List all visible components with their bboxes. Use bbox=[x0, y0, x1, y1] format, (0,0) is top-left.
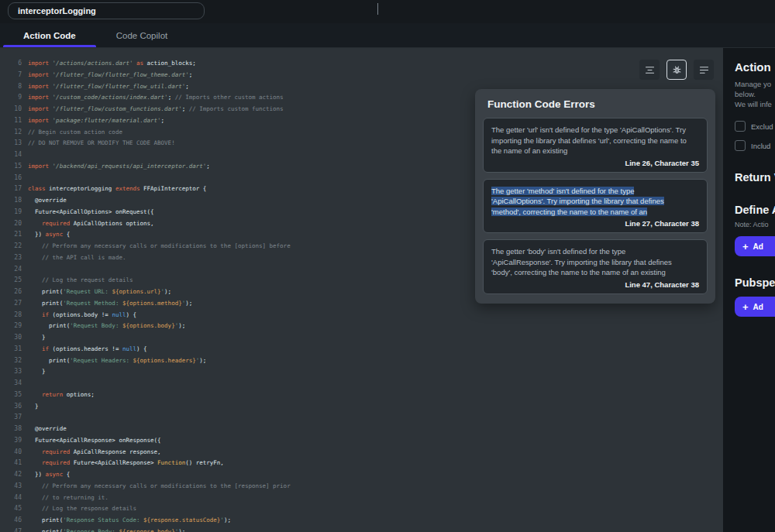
line-number: 30 bbox=[0, 332, 22, 344]
tab-label: Code Copilot bbox=[116, 31, 167, 40]
description-line: Manage yo bbox=[735, 79, 775, 89]
checkbox-label: Includ bbox=[751, 142, 770, 150]
line-number: 15 bbox=[0, 161, 22, 173]
line-number: 14 bbox=[0, 149, 22, 161]
code-line: 46 print('Response Status Code: ${respon… bbox=[0, 515, 723, 527]
include-checkbox-row[interactable]: Includ bbox=[735, 140, 775, 151]
line-number: 34 bbox=[0, 378, 22, 390]
code-line: 35 return options; bbox=[0, 390, 723, 401]
topbar bbox=[0, 0, 775, 23]
checkbox-icon[interactable] bbox=[735, 140, 746, 151]
line-number: 11 bbox=[0, 115, 22, 127]
line-number: 46 bbox=[0, 515, 22, 527]
line-number: 9 bbox=[0, 92, 22, 104]
code-line: 36 } bbox=[0, 401, 723, 413]
line-number: 12 bbox=[0, 127, 22, 139]
add-argument-button[interactable]: Ad bbox=[735, 236, 775, 256]
error-list-button[interactable] bbox=[694, 60, 714, 80]
error-location: Line 26, Character 35 bbox=[491, 159, 699, 167]
plus-icon bbox=[742, 302, 749, 312]
code-line: 34 bbox=[0, 378, 723, 390]
add-button-label: Ad bbox=[753, 303, 763, 311]
format-code-button[interactable] bbox=[639, 60, 660, 80]
tab-bar: Action Code Code Copilot bbox=[0, 23, 775, 48]
code-line: 38 @override bbox=[0, 424, 723, 435]
line-number: 16 bbox=[0, 173, 22, 184]
line-number: 19 bbox=[0, 207, 22, 218]
line-number: 29 bbox=[0, 321, 22, 332]
line-number: 28 bbox=[0, 310, 22, 321]
line-number: 31 bbox=[0, 344, 22, 355]
code-line: 32 print('Request Headers: ${options.hea… bbox=[0, 355, 723, 367]
error-location: Line 47, Character 38 bbox=[491, 280, 699, 289]
line-number: 22 bbox=[0, 241, 22, 252]
error-panel-title: Function Code Errors bbox=[483, 98, 708, 110]
line-number: 41 bbox=[0, 458, 22, 469]
error-message: The getter 'url' isn't defined for the t… bbox=[491, 125, 688, 156]
error-message: The getter 'method' isn't defined for th… bbox=[491, 186, 688, 218]
code-editor[interactable]: 6import '/actions/actions.dart' as actio… bbox=[0, 48, 723, 532]
align-center-icon bbox=[644, 64, 656, 76]
error-card[interactable]: The getter 'body' isn't defined for the … bbox=[483, 239, 708, 294]
pubspec-heading: Pubspe bbox=[735, 276, 775, 289]
code-line: 30 } bbox=[0, 332, 723, 344]
action-settings-description: Manage yo below. We will infe bbox=[735, 79, 775, 109]
code-line: 33 } bbox=[0, 366, 723, 378]
line-number: 37 bbox=[0, 412, 22, 424]
tab-code-copilot[interactable]: Code Copilot bbox=[96, 23, 188, 47]
line-number: 7 bbox=[0, 70, 22, 81]
line-number: 44 bbox=[0, 493, 22, 504]
line-number: 8 bbox=[0, 81, 22, 93]
code-line: 41 required Future<ApiCallResponse> Func… bbox=[0, 458, 723, 469]
add-dependency-button[interactable]: Ad bbox=[735, 297, 775, 317]
description-line: We will infe bbox=[735, 99, 775, 109]
line-number: 38 bbox=[0, 424, 22, 435]
line-number: 6 bbox=[0, 58, 22, 70]
error-location: Line 27, Character 38 bbox=[491, 219, 699, 228]
line-number: 21 bbox=[0, 229, 22, 241]
list-icon bbox=[698, 64, 710, 76]
tab-action-code[interactable]: Action Code bbox=[3, 23, 96, 47]
line-number: 23 bbox=[0, 252, 22, 264]
line-number: 45 bbox=[0, 503, 22, 515]
function-code-errors-panel: Function Code Errors The getter 'url' is… bbox=[475, 89, 715, 304]
line-number: 27 bbox=[0, 298, 22, 310]
error-card[interactable]: The getter 'method' isn't defined for th… bbox=[483, 179, 708, 234]
active-tab-indicator bbox=[3, 45, 96, 47]
line-number: 32 bbox=[0, 355, 22, 367]
exclude-checkbox-row[interactable]: Exclud bbox=[735, 121, 775, 132]
code-line: 7import '/flutter_flow/flutter_flow_them… bbox=[0, 70, 723, 81]
code-line: 6import '/actions/actions.dart' as actio… bbox=[0, 58, 723, 70]
line-number: 20 bbox=[0, 218, 22, 230]
line-number: 26 bbox=[0, 287, 22, 298]
code-line: 28 if (options.body != null) { bbox=[0, 310, 723, 321]
line-number: 24 bbox=[0, 264, 22, 276]
line-number: 40 bbox=[0, 447, 22, 458]
define-arguments-note: Note: Actio bbox=[735, 221, 775, 228]
line-number: 17 bbox=[0, 184, 22, 195]
define-arguments-heading: Define A bbox=[735, 204, 775, 216]
description-line: below. bbox=[735, 89, 775, 99]
check-errors-button[interactable] bbox=[666, 60, 687, 80]
action-name-input[interactable] bbox=[8, 2, 205, 19]
error-list: The getter 'url' isn't defined for the t… bbox=[483, 118, 708, 294]
settings-sidebar: Action Manage yo below. We will infe Exc… bbox=[723, 48, 775, 532]
bug-icon bbox=[671, 64, 683, 76]
add-button-label: Ad bbox=[753, 242, 763, 251]
line-number: 47 bbox=[0, 527, 22, 532]
code-line: 37 bbox=[0, 412, 723, 424]
code-line: 47 print('Response Body: ${response.body… bbox=[0, 527, 723, 532]
error-message: The getter 'body' isn't defined for the … bbox=[491, 246, 688, 278]
line-number: 42 bbox=[0, 469, 22, 481]
code-line: 40 required ApiCallResponse response, bbox=[0, 447, 723, 458]
checkbox-icon[interactable] bbox=[735, 121, 746, 132]
code-line: 29 print('Request Body: ${options.body}'… bbox=[0, 321, 723, 332]
editor-toolbar bbox=[639, 60, 714, 80]
line-number: 25 bbox=[0, 275, 22, 287]
code-line: 39 Future<ApiCallResponse> onResponse({ bbox=[0, 435, 723, 447]
code-line: 44 // to returning it. bbox=[0, 493, 723, 504]
line-number: 36 bbox=[0, 401, 22, 413]
line-number: 33 bbox=[0, 366, 22, 378]
line-number: 18 bbox=[0, 195, 22, 207]
error-card[interactable]: The getter 'url' isn't defined for the t… bbox=[483, 118, 708, 173]
